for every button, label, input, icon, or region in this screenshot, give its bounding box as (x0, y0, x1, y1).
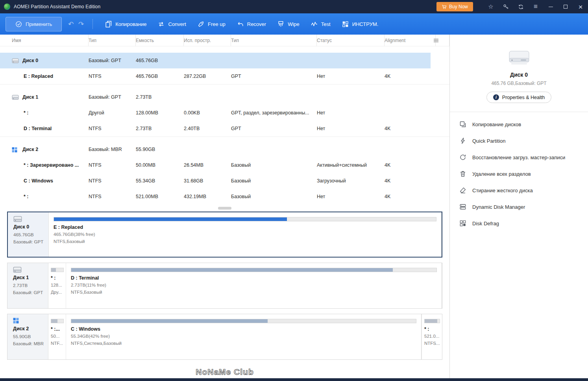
row-name: Диск 2 (22, 147, 38, 152)
card-disk-scheme: Базовый: GPT (13, 239, 47, 246)
restore-mbr-icon (459, 154, 466, 161)
selected-disk-title: Диск 0 (510, 72, 528, 78)
table-row-partition-c[interactable]: C : Windows NTFS 55.34GB 31.68GB Базовый… (0, 173, 431, 189)
disk-card-0[interactable]: Диск 0 465.76GB Базовый: GPT E : Replace… (7, 212, 442, 258)
cell-used (184, 53, 231, 68)
splitter-handle[interactable] (218, 207, 231, 210)
menu-item-delete-all-partitions[interactable]: Удаление всех разделов (450, 166, 588, 182)
cell-type: Базовый: GPT (89, 89, 136, 105)
cell-used: 287.22GB (184, 68, 231, 84)
toolbar-item-recover[interactable]: Recover (237, 20, 266, 28)
partition-size: 55.34GB(42% free) (71, 333, 416, 340)
column-header-fstype: Тип (231, 35, 317, 46)
partition-block-c[interactable]: C : Windows 55.34GB(42% free) NTFS,Систе… (66, 314, 422, 359)
column-header-alignment: Alignment (385, 35, 436, 46)
erase-disk-icon (459, 187, 466, 194)
menu-item-dynamic-disk-manager[interactable]: Dynamic Disk Manager (450, 199, 588, 215)
cell-alignment: 4K (385, 157, 431, 173)
cart-icon (442, 4, 447, 9)
partition-usage-fill (425, 319, 437, 323)
partition-fs: NTF... (51, 340, 64, 347)
update-sync-icon[interactable] (513, 0, 528, 13)
disk-actions-menu: Копирование дисков Quick Partition Восст… (450, 112, 588, 232)
cell-status: Нет (317, 189, 385, 204)
menu-item-restore-mbr[interactable]: Восстановление загруз. мастер-записи (450, 149, 588, 166)
partition-usage-bar (424, 319, 440, 323)
toolbar-item-copy[interactable]: Копирование (105, 20, 146, 28)
partition-block-d[interactable]: D : Terminal 2.73TB(11% free) NTFS,Базов… (66, 263, 442, 308)
menu-item-label: Восстановление загруз. мастер-записи (472, 155, 565, 160)
disk-card-2[interactable]: Диск 2 55.90GB Базовый: MBR * :... 50...… (7, 314, 442, 360)
undo-icon[interactable] (66, 20, 76, 28)
minimize-button[interactable] (543, 0, 558, 13)
partition-block-e[interactable]: E : Replaced 465.76GB(38% free) NTFS,Баз… (49, 212, 442, 257)
table-row-partition-d[interactable]: D : Terminal NTFS 2.73TB 2.40TB GPT Нет … (0, 121, 431, 136)
properties-health-button[interactable]: Properties & Health (486, 92, 551, 103)
card-disk-scheme: Базовый: GPT (13, 289, 46, 296)
table-row-partition-msr[interactable]: * : Другой 128.00MB 0.00KB GPT, раздел, … (0, 105, 431, 121)
table-row-partition-e[interactable]: E : Replaced NTFS 465.76GB 287.22GB GPT … (0, 68, 431, 84)
partition-usage-bar (71, 268, 437, 272)
close-button[interactable] (573, 0, 588, 13)
menu-item-quick-partition[interactable]: Quick Partition (450, 133, 588, 149)
cell-status: Нет (317, 105, 385, 121)
toolbar-item-wipe[interactable]: Wipe (277, 20, 300, 28)
card-disk-name: Диск 0 (13, 223, 47, 231)
partition-size: 128... (51, 282, 64, 289)
table-row-disk0[interactable]: Диск 0 Базовый: GPT 465.76GB (0, 53, 431, 68)
table-row-partition-reserved[interactable]: * : Зарезервировано ... NTFS 50.00MB 26.… (0, 157, 431, 173)
menu-item-label: Удаление всех разделов (472, 171, 531, 177)
row-name: D : Terminal (24, 126, 52, 131)
system-disk-icon (12, 147, 19, 152)
menu-item-label: Quick Partition (472, 138, 506, 144)
titlebar: AOMEI Partition Assistant Demo Edition B… (0, 0, 588, 13)
maximize-button[interactable] (558, 0, 573, 13)
disk-group-1: Диск 1 Базовый: GPT 2.73TB * : Другой 12… (0, 84, 449, 136)
toolbar-item-test[interactable]: Test (311, 20, 331, 28)
watermark: NoNaMe Club (0, 367, 449, 377)
cell-alignment (385, 89, 431, 105)
partition-block-small[interactable]: * :... 50... NTF... (48, 314, 66, 359)
main-menu-icon[interactable] (528, 0, 543, 13)
row-name: * : (24, 110, 29, 116)
toolbar-label: Recover (247, 21, 266, 27)
cell-type: NTFS (89, 189, 136, 204)
toolbar-item-convert[interactable]: Convert (157, 20, 186, 28)
table-row-partition-recovery[interactable]: * : NTFS 521.00MB 432.19MB Базовый Нет 4… (0, 189, 431, 204)
buy-now-button[interactable]: Buy Now (436, 2, 473, 11)
partition-block-small[interactable]: * : 128... Дру... (48, 263, 66, 308)
disk-icon (13, 267, 46, 273)
menu-item-label: Disk Defrag (472, 221, 499, 226)
cell-used: 0.00KB (184, 105, 231, 121)
disk-table: Диск 0 Базовый: GPT 465.76GB E : Replace… (0, 46, 449, 204)
table-row-disk1[interactable]: Диск 1 Базовый: GPT 2.73TB (0, 89, 431, 105)
card-disk-name: Диск 1 (13, 274, 46, 282)
disk-card-1[interactable]: Диск 1 2.73TB Базовый: GPT * : 128... Др… (7, 263, 442, 309)
redo-icon[interactable] (76, 20, 86, 28)
view-options-icon[interactable] (433, 37, 439, 44)
toolbar-label: Convert (168, 21, 186, 27)
convert-icon (157, 20, 165, 28)
register-key-icon[interactable] (498, 0, 513, 13)
disk-card-info: Диск 1 2.73TB Базовый: GPT (7, 263, 48, 308)
menu-item-wipe-hard-drive[interactable]: Стирание жесткого диска (450, 182, 588, 199)
rate-star-icon[interactable] (483, 0, 498, 13)
menu-item-disk-defrag[interactable]: Disk Defrag (450, 215, 588, 232)
defrag-icon (459, 220, 466, 227)
toolbar-item-tools[interactable]: ИНСТРУМ. (342, 20, 379, 28)
disk-icon (12, 95, 19, 100)
cell-status: Активный+системный (317, 157, 385, 173)
cell-fstype: GPT (231, 121, 317, 136)
partition-block-small-right[interactable]: * : 521.0... NTFS... (422, 314, 442, 359)
info-icon (493, 94, 499, 100)
apply-label: Применить (26, 21, 52, 27)
toolbar-item-free-up[interactable]: Free up (197, 20, 226, 28)
selected-disk-subtitle: 465.76 GB,Базовый: GPT (491, 81, 546, 86)
partition-name: * : (424, 326, 440, 332)
cell-capacity: 521.00MB (136, 189, 184, 204)
table-row-disk2[interactable]: Диск 2 Базовый: MBR 55.90GB (0, 142, 431, 157)
main-area: Имя Тип Емкость Исп. простр. Тип Статус … (0, 35, 450, 378)
partition-name: E : Replaced (54, 225, 436, 230)
apply-button[interactable]: Применить (6, 17, 62, 31)
menu-item-copy-disks[interactable]: Копирование дисков (450, 116, 588, 133)
